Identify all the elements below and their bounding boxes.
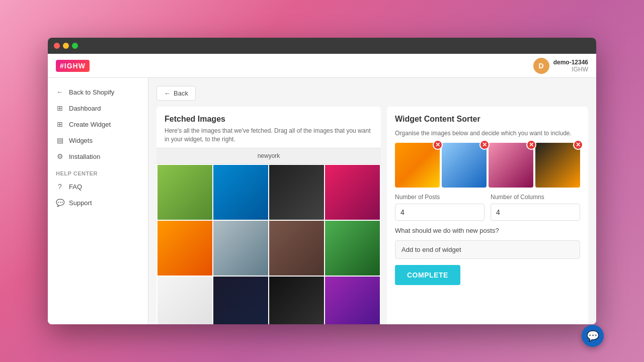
- create-widget-icon: ⊞: [56, 120, 64, 128]
- installation-icon: ⚙: [56, 152, 64, 160]
- remove-image-3-button[interactable]: ✕: [526, 140, 536, 150]
- browser-window: #IGHW D demo-12346 IGHW ← Back to Shopif…: [48, 38, 596, 324]
- sidebar-label-create-widget: Create Widget: [69, 121, 111, 128]
- remove-image-2-button[interactable]: ✕: [479, 140, 490, 150]
- new-posts-option[interactable]: Add to end of widget: [395, 240, 580, 259]
- chat-icon: 💬: [587, 330, 599, 342]
- sidebar-label-faq: FAQ: [69, 183, 82, 191]
- user-info: D demo-12346 IGHW: [533, 58, 588, 74]
- list-item[interactable]: [213, 277, 268, 324]
- list-item[interactable]: [213, 221, 268, 276]
- num-posts-input[interactable]: [395, 204, 485, 221]
- sidebar: ← Back to Shopify ⊞ Dashboard ⊞ Create W…: [48, 78, 148, 324]
- new-posts-section: What should we do with new posts?: [395, 227, 580, 234]
- help-center-label: HELP CENTER: [48, 164, 148, 178]
- widget-sorter-panel: Widget Content Sorter Organise the image…: [387, 107, 588, 324]
- new-posts-label: What should we do with new posts?: [395, 227, 580, 234]
- logo-hash: #: [60, 62, 64, 70]
- selected-images-row: ✕ ✕ ✕ ✕: [395, 143, 580, 188]
- list-item[interactable]: [325, 277, 380, 324]
- traffic-lights: [54, 43, 78, 49]
- faq-icon: ?: [56, 183, 64, 191]
- num-columns-label: Number of Columns: [491, 194, 580, 201]
- app-content: ← Back to Shopify ⊞ Dashboard ⊞ Create W…: [48, 78, 596, 324]
- browser-titlebar: [48, 38, 596, 54]
- list-item[interactable]: [269, 165, 324, 220]
- sidebar-item-dashboard[interactable]: ⊞ Dashboard: [48, 100, 148, 116]
- sidebar-label-dashboard: Dashboard: [69, 105, 101, 112]
- sidebar-label-installation: Installation: [69, 153, 100, 160]
- list-item[interactable]: [213, 165, 268, 220]
- selected-image-2: ✕: [442, 143, 487, 188]
- main-content: ← Back Fetched Images Here's all the ima…: [148, 78, 596, 324]
- num-posts-label: Number of Posts: [395, 194, 485, 201]
- tag-filter[interactable]: newyork: [156, 148, 381, 164]
- sidebar-item-back-shopify[interactable]: ← Back to Shopify: [48, 84, 148, 100]
- selected-image-4: ✕: [535, 143, 580, 188]
- num-columns-input[interactable]: [491, 204, 580, 221]
- complete-button[interactable]: COMPLETE: [395, 265, 460, 285]
- sidebar-label-back-shopify: Back to Shopify: [69, 88, 114, 96]
- sorter-title: Widget Content Sorter: [395, 115, 580, 124]
- user-org: IGHW: [553, 66, 588, 73]
- app-logo: #IGHW: [56, 60, 90, 72]
- widgets-icon: ▤: [56, 136, 64, 144]
- list-item[interactable]: [325, 221, 380, 276]
- sidebar-item-faq[interactable]: ? FAQ: [48, 178, 148, 195]
- sidebar-item-widgets[interactable]: ▤ Widgets: [48, 132, 148, 148]
- app-header: #IGHW D demo-12346 IGHW: [48, 54, 596, 78]
- fetched-images-title: Fetched Images: [165, 115, 373, 124]
- traffic-light-red[interactable]: [54, 43, 60, 49]
- list-item[interactable]: [325, 165, 380, 220]
- logo-container: #IGHW: [56, 60, 90, 72]
- list-item[interactable]: [269, 221, 324, 276]
- fetched-images-header: Fetched Images Here's all the images tha…: [156, 107, 381, 148]
- sidebar-label-support: Support: [69, 199, 92, 207]
- settings-row: Number of Posts Number of Columns: [395, 194, 580, 221]
- sidebar-item-support[interactable]: 💬 Support: [48, 195, 148, 211]
- traffic-light-green[interactable]: [72, 43, 78, 49]
- sidebar-item-installation[interactable]: ⚙ Installation: [48, 148, 148, 164]
- fetched-images-description: Here's all the images that we've fetched…: [165, 127, 373, 144]
- traffic-light-yellow[interactable]: [63, 43, 69, 49]
- list-item[interactable]: [157, 165, 212, 220]
- chat-button[interactable]: 💬: [582, 325, 604, 347]
- remove-image-1-button[interactable]: ✕: [433, 140, 443, 150]
- remove-image-4-button[interactable]: ✕: [573, 140, 583, 150]
- dashboard-icon: ⊞: [56, 104, 64, 112]
- selected-image-3: ✕: [489, 143, 533, 188]
- user-details: demo-12346 IGHW: [553, 59, 588, 73]
- list-item[interactable]: [157, 221, 212, 276]
- back-button-label: Back: [174, 89, 188, 97]
- num-posts-group: Number of Posts: [395, 194, 485, 221]
- fetched-images-panel: Fetched Images Here's all the images tha…: [156, 107, 381, 324]
- list-item[interactable]: [157, 277, 212, 324]
- sidebar-item-create-widget[interactable]: ⊞ Create Widget: [48, 116, 148, 132]
- list-item[interactable]: [269, 277, 324, 324]
- back-arrow-icon: ←: [164, 89, 171, 97]
- support-icon: 💬: [56, 199, 64, 207]
- selected-image-1: ✕: [395, 143, 440, 188]
- num-columns-group: Number of Columns: [491, 194, 580, 221]
- sidebar-label-widgets: Widgets: [69, 137, 93, 144]
- image-grid: [156, 164, 381, 324]
- logo-text: IGHW: [64, 62, 86, 70]
- avatar: D: [533, 58, 549, 74]
- back-button[interactable]: ← Back: [156, 86, 196, 101]
- back-icon: ←: [56, 88, 64, 96]
- content-panels: Fetched Images Here's all the images tha…: [156, 107, 588, 324]
- sorter-description: Organise the images below and decide whi…: [395, 130, 580, 137]
- user-name: demo-12346: [553, 59, 588, 66]
